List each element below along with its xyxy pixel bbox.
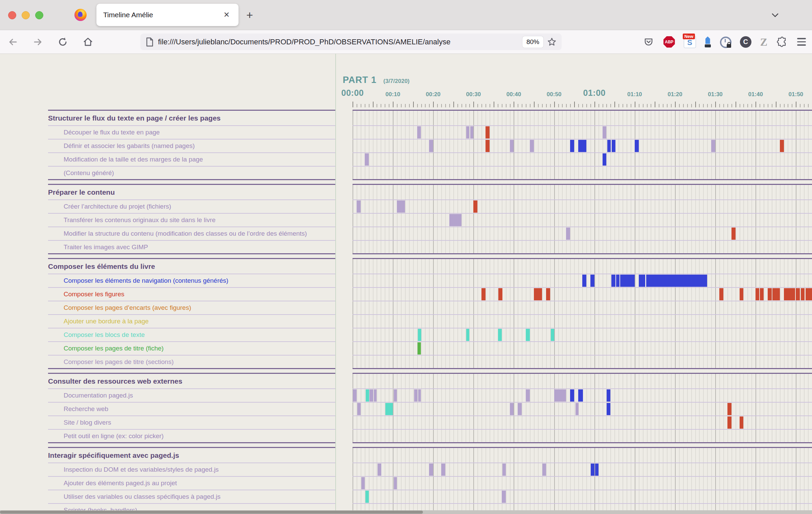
timeline-bar <box>397 200 405 213</box>
timeline-grid-cell <box>353 328 812 342</box>
section-header-row: Composer les éléments du livre <box>0 258 812 274</box>
task-label: Utiliser des variables ou classes spécif… <box>48 493 221 500</box>
timeline-bar <box>466 126 470 138</box>
tab-close-icon[interactable]: ✕ <box>222 10 232 20</box>
timeline-bar <box>466 329 470 341</box>
close-window-button[interactable] <box>8 11 16 19</box>
task-row: Définir et associer les gabarits (named … <box>0 140 812 153</box>
axis-label: 01:20 <box>668 91 682 98</box>
task-row: Composer les pages d’encarts (avec figur… <box>0 301 812 315</box>
timeline-bar <box>755 288 759 300</box>
bookmark-star-icon[interactable] <box>547 37 557 47</box>
task-label: Composer les pages d’encarts (avec figur… <box>48 304 191 312</box>
c-extension-icon[interactable]: C <box>740 36 751 48</box>
timeline-bar <box>481 288 486 300</box>
section-header-label: Consulter des ressources web externes <box>48 377 182 385</box>
zotero-icon[interactable]: Z <box>760 36 767 48</box>
timeline-bar <box>374 389 377 402</box>
timeline-grid-cell <box>353 342 812 356</box>
task-section: Structurer le flux du texte en page / cr… <box>0 110 812 180</box>
timeline-bar <box>595 464 599 476</box>
timeline-bar <box>607 389 611 402</box>
scrollbar-thumb[interactable] <box>0 511 423 514</box>
minimize-window-button[interactable] <box>22 11 30 19</box>
pocket-icon[interactable] <box>642 36 655 48</box>
timeline-grid-cell <box>353 227 812 241</box>
firefox-icon <box>74 9 87 21</box>
timeline-bar <box>361 477 365 489</box>
horizontal-scrollbar[interactable] <box>0 510 812 514</box>
reload-icon[interactable] <box>57 36 69 48</box>
url-bar[interactable]: file:///Users/julieblanc/Documents/PROD/… <box>140 34 562 50</box>
axis-label: 00:20 <box>426 91 440 98</box>
timeline-bar <box>473 200 477 213</box>
task-label: Découper le flux du texte en page <box>48 129 160 136</box>
timeline-bar <box>449 214 461 226</box>
timeline-bar <box>772 288 780 300</box>
timeline-bar <box>582 275 586 287</box>
timeline-bar <box>498 329 502 341</box>
adblock-plus-icon[interactable]: ABP <box>663 36 675 48</box>
timeline-grid-cell <box>353 315 812 328</box>
timeline-bar <box>611 275 615 287</box>
tab-bar: Timeline Amélie ✕ + <box>0 0 812 30</box>
timeline-bar <box>566 228 570 240</box>
tab-list-chevron-icon[interactable] <box>770 10 780 20</box>
section-header-row: Consulter des ressources web externes <box>0 373 812 389</box>
timeline-bar <box>570 389 574 402</box>
hamburger-menu-icon[interactable] <box>797 38 806 46</box>
task-label: Composer les blocs de texte <box>48 331 145 339</box>
browser-tab[interactable]: Timeline Amélie ✕ <box>96 4 239 26</box>
timeline-bar <box>357 403 361 415</box>
timeline-grid-cell <box>353 403 812 416</box>
highlighter-marker-icon[interactable] <box>705 37 711 47</box>
timeline-bar <box>620 275 635 287</box>
timeline-bar <box>441 464 445 476</box>
forward-icon[interactable] <box>32 36 44 48</box>
part-heading: PART 1 (3/7/2020) <box>343 75 410 85</box>
timeline-grid-cell <box>353 477 812 490</box>
timeline-grid-cell <box>353 241 812 254</box>
extensions-puzzle-icon[interactable] <box>776 36 788 48</box>
tab-title: Timeline Amélie <box>103 11 222 19</box>
section-header-row: Structurer le flux du texte en page / cr… <box>0 110 812 126</box>
stylus-extension-icon[interactable]: S New <box>684 36 696 48</box>
timeline-grid-cell <box>353 274 812 288</box>
clock-lock-icon[interactable] <box>720 36 731 48</box>
timeline-grid-cell <box>353 153 812 167</box>
task-row: Découper le flux du texte en page <box>0 126 812 140</box>
timeline-bar <box>429 464 433 476</box>
firefox-window: Timeline Amélie ✕ + <box>0 0 812 514</box>
axis-label: 01:30 <box>708 91 722 98</box>
home-icon[interactable] <box>82 36 94 48</box>
timeline-bar <box>635 140 639 152</box>
task-label: Ajouter des éléments paged.js au projet <box>48 479 177 487</box>
timeline-bar <box>639 275 645 287</box>
timeline-bar <box>542 464 546 476</box>
timeline-grid-cell <box>353 301 812 315</box>
task-label: Modifier la structure du contenu (modifi… <box>48 230 307 237</box>
timeline-bar <box>470 126 474 138</box>
task-label: Ajouter une bordure à la page <box>48 318 149 325</box>
timeline-bar <box>526 389 530 402</box>
page-document-icon <box>145 37 154 47</box>
back-icon[interactable] <box>7 36 19 48</box>
task-label: Composer les pages de titre (fiche) <box>48 345 164 352</box>
timeline-grid-cell <box>353 389 812 403</box>
timeline-bar <box>727 416 731 429</box>
page-zoom-badge[interactable]: 80% <box>522 36 543 48</box>
axis-label: 01:00 <box>583 88 605 98</box>
timeline-bar <box>365 153 369 166</box>
task-label: Inspection du DOM et des variables/style… <box>48 466 219 473</box>
timeline-bar <box>394 389 397 402</box>
task-row: Transférer les contenus originaux du sit… <box>0 214 812 227</box>
task-section: Interagir spécifiquement avec paged.jsIn… <box>0 447 812 514</box>
axis-label: 00:30 <box>466 91 481 98</box>
timeline-bar <box>518 403 522 415</box>
new-tab-button[interactable]: + <box>246 9 253 21</box>
task-label: Site / blog divers <box>48 419 111 426</box>
timeline-grid-cell <box>353 490 812 504</box>
timeline-grid-cell <box>353 416 812 430</box>
task-section: Composer les éléments du livreComposer l… <box>0 258 812 369</box>
zoom-window-button[interactable] <box>35 11 43 19</box>
